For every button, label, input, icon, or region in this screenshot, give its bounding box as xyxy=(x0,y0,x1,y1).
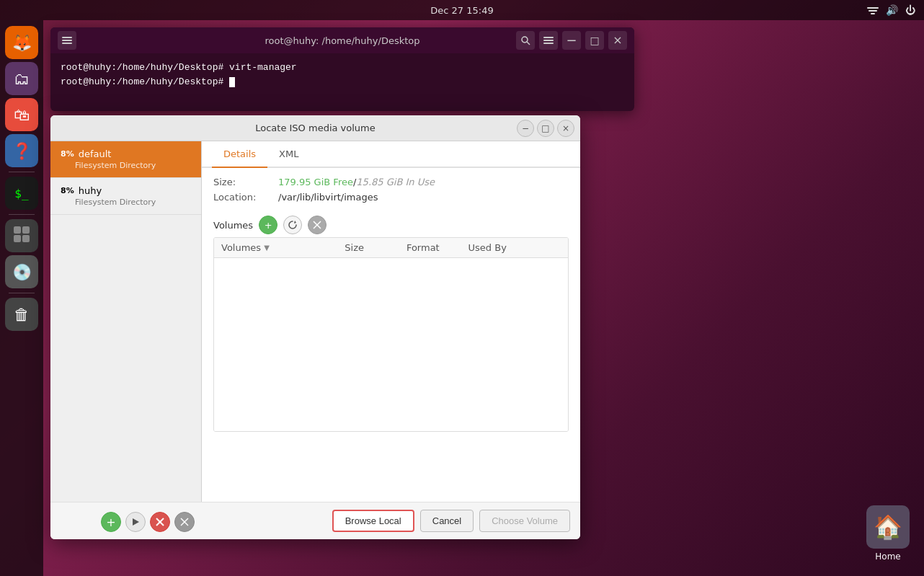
help-icon: ❓ xyxy=(12,142,32,160)
sort-arrow-icon: ▼ xyxy=(264,244,270,252)
dock-item-optical[interactable]: 💿 xyxy=(5,255,38,288)
locate-iso-dialog: Locate ISO media volume − □ × 8% default… xyxy=(50,115,580,539)
delete-volume-button[interactable] xyxy=(308,216,326,234)
dock-item-files[interactable]: 🗂 xyxy=(5,62,38,95)
svg-rect-7 xyxy=(62,37,72,38)
dock-item-firefox[interactable]: 🦊 xyxy=(5,26,38,59)
software-icon: 🛍 xyxy=(14,106,30,124)
pool-panel: 8% default Filesystem Directory 8% huhy … xyxy=(50,141,202,502)
cancel-button[interactable]: Cancel xyxy=(420,510,474,532)
dialog-maximize-button[interactable]: □ xyxy=(537,120,554,137)
terminal-line-1: root@huhy:/home/huhy/Desktop# virt-manag… xyxy=(61,61,624,75)
terminal-body: root@huhy:/home/huhy/Desktop# virt-manag… xyxy=(50,53,634,111)
detail-rows: Size: 179.95 GiB Free / 15.85 GiB In Use… xyxy=(202,168,580,213)
svg-marker-17 xyxy=(133,518,139,526)
svg-rect-13 xyxy=(543,40,554,41)
files-icon: 🗂 xyxy=(14,70,30,88)
pool-default-percent: 8% xyxy=(61,149,74,159)
dialog-content: 8% default Filesystem Directory 8% huhy … xyxy=(50,141,580,502)
pool-default-name: default xyxy=(79,149,112,159)
dock-item-virt[interactable] xyxy=(5,219,38,252)
optical-icon: 💿 xyxy=(12,263,32,281)
col-volumes-header[interactable]: Volumes ▼ xyxy=(221,242,345,253)
dock-item-help[interactable]: ❓ xyxy=(5,134,38,167)
choose-volume-button: Choose Volume xyxy=(479,510,570,532)
pool-huhy-type: Filesystem Directory xyxy=(61,198,191,207)
size-label: Size: xyxy=(213,177,278,187)
terminal-titlebar-controls: − □ × xyxy=(516,31,627,50)
home-label: Home xyxy=(875,551,900,562)
terminal-cursor xyxy=(229,77,235,87)
add-volume-button[interactable]: + xyxy=(259,216,277,234)
pool-stop-button[interactable] xyxy=(150,512,170,532)
terminal-search-button[interactable] xyxy=(516,31,535,50)
size-row: Size: 179.95 GiB Free / 15.85 GiB In Use xyxy=(213,177,569,187)
details-panel: Details XML Size: 179.95 GiB Free / 15.8… xyxy=(202,141,580,502)
pool-add-button[interactable]: + xyxy=(101,512,121,532)
volumes-table: Volumes ▼ Size Format Used By xyxy=(213,237,569,432)
pool-delete-button[interactable] xyxy=(174,512,195,532)
dock-divider-1 xyxy=(9,172,35,172)
terminal-maximize-button[interactable]: □ xyxy=(585,31,604,50)
pool-start-button[interactable] xyxy=(125,512,146,532)
browse-local-button[interactable]: Browse Local xyxy=(332,510,414,532)
pool-item-huhy-header: 8% huhy xyxy=(61,185,191,196)
terminal-close-button[interactable]: × xyxy=(608,31,627,50)
terminal-icon: $_ xyxy=(14,187,28,200)
svg-rect-6 xyxy=(22,235,30,242)
col-format-header[interactable]: Format xyxy=(407,242,468,253)
pool-huhy-percent: 8% xyxy=(61,186,74,195)
svg-point-10 xyxy=(522,37,528,43)
svg-rect-0 xyxy=(867,7,879,9)
svg-rect-2 xyxy=(871,13,875,14)
dock-item-trash[interactable]: 🗑 xyxy=(5,298,38,331)
location-label: Location: xyxy=(213,192,278,203)
dock-item-software[interactable]: 🛍 xyxy=(5,98,38,131)
dock-divider-3 xyxy=(9,293,35,293)
dialog-minimize-button[interactable]: − xyxy=(517,120,534,137)
pool-item-default[interactable]: 8% default Filesystem Directory xyxy=(50,141,201,178)
svg-rect-1 xyxy=(869,10,877,12)
firefox-icon: 🦊 xyxy=(12,34,32,52)
pool-item-huhy[interactable]: 8% huhy Filesystem Directory xyxy=(50,178,201,215)
terminal-window: root@huhy: /home/huhy/Desktop − □ × root… xyxy=(50,27,634,111)
svg-rect-3 xyxy=(14,226,21,234)
tab-bar: Details XML xyxy=(202,141,580,168)
home-widget: 🏠 Home xyxy=(866,505,910,562)
network-icon[interactable] xyxy=(866,4,879,17)
dialog-close-button[interactable]: × xyxy=(557,120,574,137)
volume-icon[interactable]: 🔊 xyxy=(885,4,898,17)
tab-xml[interactable]: XML xyxy=(267,141,310,168)
svg-rect-14 xyxy=(543,43,554,44)
terminal-menu-button[interactable] xyxy=(58,31,76,50)
pool-default-type: Filesystem Directory xyxy=(61,161,191,170)
volumes-label: Volumes xyxy=(213,220,253,231)
dialog-title: Locate ISO media volume xyxy=(255,123,376,133)
datetime: Dec 27 15:49 xyxy=(430,5,493,16)
col-usedby-header[interactable]: Used By xyxy=(468,242,561,253)
terminal-menu2-button[interactable] xyxy=(539,31,558,50)
top-bar: Dec 27 15:49 🔊 ⏻ xyxy=(0,0,924,20)
home-icon: 🏠 xyxy=(866,505,910,549)
tab-details[interactable]: Details xyxy=(212,141,267,168)
dock-divider-2 xyxy=(9,214,35,215)
location-row: Location: /var/lib/libvirt/images xyxy=(213,192,569,203)
volumes-table-header: Volumes ▼ Size Format Used By xyxy=(214,238,568,258)
dialog-titlebar-controls: − □ × xyxy=(517,120,574,137)
power-icon[interactable]: ⏻ xyxy=(904,4,917,17)
terminal-minimize-button[interactable]: − xyxy=(562,31,581,50)
dock: 🦊 🗂 🛍 ❓ $_ 💿 🗑 xyxy=(0,20,43,576)
terminal-line-2: root@huhy:/home/huhy/Desktop# xyxy=(61,75,624,89)
dock-item-terminal[interactable]: $_ xyxy=(5,177,38,210)
svg-rect-4 xyxy=(22,226,30,234)
col-size-header[interactable]: Size xyxy=(345,242,407,253)
pool-huhy-name: huhy xyxy=(79,185,102,196)
svg-line-11 xyxy=(527,42,530,45)
dialog-footer: + Browse Local Cancel Choose Volume xyxy=(50,502,580,539)
pool-item-default-header: 8% default xyxy=(61,149,191,159)
svg-rect-5 xyxy=(14,235,21,242)
size-used-value: 15.85 GiB In Use xyxy=(356,177,435,187)
refresh-volume-button[interactable] xyxy=(283,216,302,234)
location-value: /var/lib/libvirt/images xyxy=(278,192,378,203)
svg-rect-9 xyxy=(62,43,72,44)
